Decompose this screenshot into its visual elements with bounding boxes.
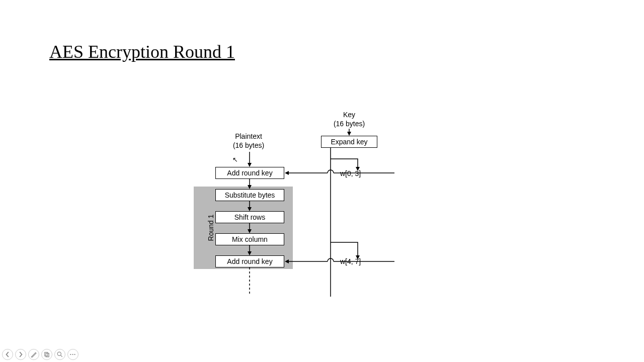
next-slide-button[interactable] [15, 349, 26, 360]
diagram-connectors [191, 111, 408, 297]
svg-point-14 [57, 352, 61, 355]
chevron-right-icon [18, 351, 24, 357]
svg-rect-13 [46, 353, 49, 357]
aes-diagram: Round 1 Plaintext (16 bytes) Key (16 byt… [191, 111, 408, 297]
ellipsis-icon: ••• [70, 352, 76, 357]
magnifier-icon [57, 351, 63, 357]
copy-icon [44, 351, 50, 357]
prev-slide-button[interactable] [2, 349, 13, 360]
copy-button[interactable] [41, 349, 52, 360]
svg-rect-12 [45, 352, 48, 356]
zoom-button[interactable] [54, 349, 65, 360]
pen-button[interactable] [28, 349, 39, 360]
chevron-left-icon [5, 351, 11, 357]
more-button[interactable]: ••• [67, 349, 78, 360]
presentation-toolbar: ••• [2, 349, 78, 360]
pen-icon [31, 351, 37, 357]
slide-title: AES Encryption Round 1 [49, 41, 235, 62]
svg-line-15 [60, 355, 62, 356]
